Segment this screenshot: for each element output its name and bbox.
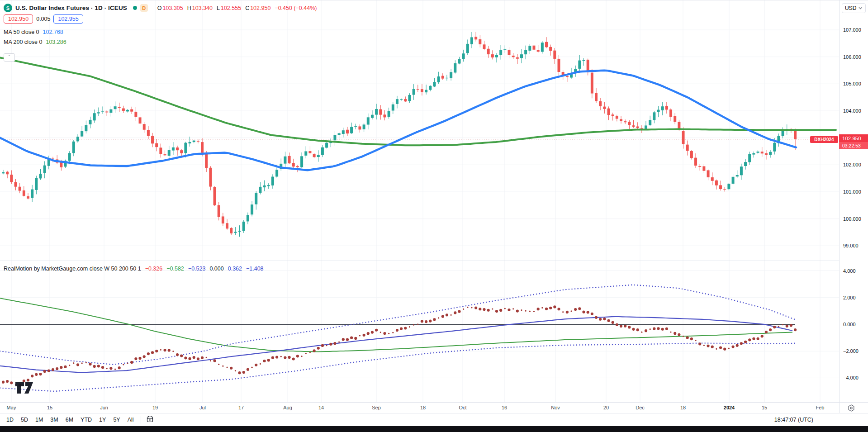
ma-legend: MA 50 close 0102.768MA 200 close 0103.28… [4,29,66,49]
ohlc-values: O103.305 H103.340 L102.555 C102.950 −0.4… [157,5,317,11]
realmotion-value: −0.582 [166,266,184,272]
buy-ask-button[interactable]: 102.955 [53,14,83,24]
gridlines [0,0,839,402]
collapse-legend-button[interactable]: ˆ [4,53,15,62]
scale-label: −2.000 [843,348,859,354]
scale-label: 99.000 [843,243,859,248]
range-button-1d[interactable]: 1D [3,415,17,424]
toolbar-divider [141,416,141,424]
realmotion-value: −1.408 [246,266,264,272]
tradingview-logo-icon[interactable] [6,380,43,396]
time-axis-label: 15 [47,405,52,410]
realmotion-value: −0.523 [188,266,206,272]
ma-value: 102.768 [43,29,63,35]
time-axis-label: Nov [551,405,560,410]
range-button-all[interactable]: All [124,415,138,424]
range-button-ytd[interactable]: YTD [77,415,95,424]
scale-label: 0.000 [843,322,856,327]
taskbar-strip [0,426,868,432]
delayed-data-badge[interactable]: D [140,4,148,12]
time-axis-label: Sep [372,405,381,410]
low-label: L [217,5,220,11]
axis-corner-divider [839,403,840,413]
time-axis-label: Feb [816,405,825,410]
scale-label: 107.000 [843,27,861,33]
open-label: O [157,5,162,11]
realmotion-values: −0.326−0.582−0.5230.0000.362−1.408 [145,266,264,272]
time-axis-label: Jun [100,405,108,410]
scale-label: 102.000 [843,162,861,167]
price-chart-svg [0,0,839,413]
last-price-label: 102.950 03:22:53 [839,134,868,149]
scale-label: 4.000 [843,268,856,274]
low-value: 102.555 [221,5,241,11]
time-axis-label: May [7,405,16,410]
time-axis-label: Oct [459,405,466,410]
ma-legend-row[interactable]: MA 200 close 0103.286 [4,39,66,45]
realmotion-legend[interactable]: RealMotion by MarketGauge.com close W 50… [4,266,264,272]
realmotion-value: 0.000 [209,266,223,272]
axis-settings-gear-icon[interactable] [847,404,855,412]
symbol-logo-icon[interactable]: S [4,4,12,12]
go-to-date-button[interactable] [144,414,156,425]
scale-label: 106.000 [843,54,861,60]
time-axis-label: 20 [603,405,609,410]
change-value: −0.450 (−0.44%) [275,5,317,11]
tradingview-chart-app: S U.S. Dollar Index Futures · 1D · ICEUS… [0,0,868,432]
scale-label: 101.000 [843,189,861,195]
scale-label: −4.000 [843,375,859,380]
symbol-title[interactable]: U.S. Dollar Index Futures · 1D · ICEUS [15,5,127,11]
date-range-buttons: 1D5D1M3M6MYTD1Y5YAll [3,413,156,426]
pane-separator[interactable] [0,261,868,261]
high-label: H [187,5,191,11]
time-axis[interactable]: May15Jun19Jul17Aug14Sep18Oct16Nov20Dec18… [0,402,868,413]
range-button-3m[interactable]: 3M [47,415,62,424]
ma-legend-row[interactable]: MA 50 close 0102.768 [4,29,66,35]
realmotion-indicator-group [0,285,797,391]
ma-value: 103.286 [46,39,66,45]
close-value: 102.950 [250,5,270,11]
high-value: 103.340 [192,5,213,11]
ma-label: MA 200 close 0 [4,39,42,45]
currency-label: USD [845,5,856,11]
realmotion-label: RealMotion by MarketGauge.com close W 50… [4,266,141,272]
chart-header: S U.S. Dollar Index Futures · 1D · ICEUS… [4,4,317,12]
time-axis-label: 16 [502,405,507,410]
time-axis-label: 18 [420,405,426,410]
range-button-1y[interactable]: 1Y [95,415,109,424]
scale-label: 104.000 [843,108,861,114]
candles-group [2,32,797,237]
range-button-5y[interactable]: 5Y [109,415,123,424]
last-price-value: 102.950 [839,134,868,142]
open-value: 103.305 [163,5,183,11]
time-axis-label: 18 [680,405,686,410]
bid-ask-row: 102.950 0.005 102.955 [4,14,83,24]
clock-utc[interactable]: 18:47:07 (UTC) [774,417,813,423]
spread-value: 0.005 [36,16,50,22]
bar-countdown: 03:22:53 [839,142,868,149]
range-button-1m[interactable]: 1M [32,415,47,424]
scale-label: 100.000 [843,216,861,222]
scale-label: 2.000 [843,295,856,300]
time-axis-label: 14 [318,405,324,410]
realmotion-value: −0.326 [145,266,163,272]
time-axis-label: 2024 [724,405,735,410]
time-axis-label: 17 [238,405,244,410]
currency-dropdown-button[interactable]: USD [842,3,866,13]
calendar-icon [146,415,154,423]
scale-label: 105.000 [843,81,861,86]
range-button-5d[interactable]: 5D [17,415,32,424]
chevron-down-icon [859,7,863,9]
time-axis-label: Aug [283,405,292,410]
sell-bid-button[interactable]: 102.950 [4,14,33,24]
time-axis-label: Jul [199,405,206,410]
close-label: C [245,5,249,11]
time-axis-label: Dec [636,405,645,410]
range-button-6m[interactable]: 6M [62,415,77,424]
time-axis-label: 19 [152,405,158,410]
bottom-toolbar: 1D5D1M3M6MYTD1Y5YAll 18:47:07 (UTC) [0,413,868,426]
contract-tag: DXH2024 [810,136,838,143]
price-scale[interactable]: 107.000106.000105.000104.000102.000101.0… [839,0,868,402]
ma-label: MA 50 close 0 [4,29,39,35]
time-axis-label: 15 [762,405,767,410]
